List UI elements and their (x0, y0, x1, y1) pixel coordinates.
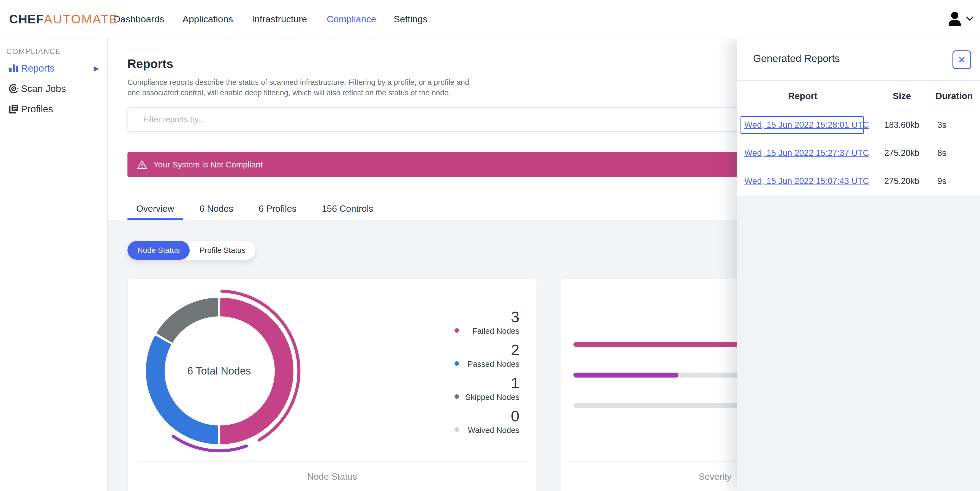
report-duration: 9s (937, 172, 947, 190)
report-size: 275.20kb (880, 172, 924, 190)
chevron-right-icon: ▶ (94, 64, 99, 73)
page: CHEFAUTOMATE Dashboards Applications Inf… (0, 0, 980, 491)
legend-label: Failed Nodes (473, 327, 519, 336)
node-status-legend: 3 Failed Nodes 2 Passed Nodes 1 Skipped … (445, 309, 519, 441)
sidebar-item-reports[interactable]: Reports ▶ (0, 59, 107, 77)
tab-nodes[interactable]: 6 Nodes (191, 200, 242, 220)
legend-label: Skipped Nodes (465, 393, 519, 402)
nav-settings[interactable]: Settings (394, 0, 428, 38)
report-row: Wed, 15 Jun 2022 15:07:43 UTC 275.20kb 9… (737, 172, 980, 190)
severity-bar-2 (573, 373, 679, 378)
top-navigation-bar: CHEFAUTOMATE Dashboards Applications Inf… (0, 0, 980, 39)
legend-dot-waived (455, 427, 459, 432)
legend-dot-failed (455, 328, 459, 333)
nav-applications[interactable]: Applications (183, 0, 233, 38)
legend-value: 3 (445, 309, 519, 325)
documents-icon (8, 104, 19, 115)
donut-center-label: 6 Total Nodes (187, 365, 251, 377)
warning-icon (137, 160, 147, 169)
report-link[interactable]: Wed, 15 Jun 2022 15:28:01 UTC (745, 116, 869, 134)
tab-controls[interactable]: 156 Controls (313, 200, 382, 220)
report-row: Wed, 15 Jun 2022 15:27:37 UTC 275.20kb 8… (737, 144, 980, 162)
tab-profiles[interactable]: 6 Profiles (250, 200, 305, 220)
chef-automate-logo[interactable]: CHEFAUTOMATE (9, 0, 118, 38)
drawer-title: Generated Reports (753, 53, 840, 64)
legend-value: 0 (445, 408, 519, 424)
report-duration: 3s (937, 116, 947, 134)
node-status-toggle-button[interactable]: Node Status (127, 241, 190, 260)
sidebar-item-profiles[interactable]: Profiles (0, 100, 107, 118)
close-drawer-button[interactable]: ✕ (953, 50, 971, 69)
user-menu[interactable] (948, 0, 977, 38)
report-link[interactable]: Wed, 15 Jun 2022 15:27:37 UTC (745, 144, 869, 162)
report-link[interactable]: Wed, 15 Jun 2022 15:07:43 UTC (745, 172, 869, 190)
tab-overview[interactable]: Overview (127, 200, 183, 220)
legend-dot-passed (455, 361, 459, 366)
sidebar-item-label: Profiles (21, 104, 53, 115)
legend-item-waived: 0 Waived Nodes (445, 408, 519, 435)
profile-status-toggle-button[interactable]: Profile Status (190, 241, 255, 260)
logo-automate: AUTOMATE (44, 12, 118, 26)
generated-reports-drawer: Generated Reports ✕ Report Size Duration… (737, 38, 980, 491)
donut-segment-passed[interactable] (155, 340, 218, 435)
report-size: 275.20kb (880, 144, 924, 162)
card-footer-divider (137, 461, 528, 462)
column-header-duration: Duration (935, 91, 974, 101)
drawer-content-area: Generated Reports ✕ Report Size Duration… (737, 38, 980, 196)
sidebar-item-label: Scan Jobs (21, 83, 66, 94)
page-description: Compliance reports describe the status o… (127, 77, 473, 98)
legend-label: Waived Nodes (468, 426, 519, 435)
report-row: Wed, 15 Jun 2022 15:28:01 UTC 183.60kb 3… (737, 116, 980, 134)
report-tabs: Overview 6 Nodes 6 Profiles 156 Controls (127, 200, 382, 220)
nav-compliance[interactable]: Compliance (327, 0, 376, 38)
node-status-card: 6 Total Nodes 3 Failed Nodes 2 Passed No… (127, 279, 537, 491)
legend-item-passed: 2 Passed Nodes (445, 342, 519, 369)
sidebar: COMPLIANCE Reports ▶ Scan Jobs (0, 38, 108, 491)
page-title: Reports (127, 57, 173, 71)
chevron-down-icon (966, 16, 974, 22)
legend-label: Passed Nodes (468, 360, 519, 369)
legend-item-skipped: 1 Skipped Nodes (445, 375, 519, 402)
legend-value: 2 (445, 342, 519, 358)
sidebar-item-label: Reports (21, 63, 55, 74)
close-icon: ✕ (958, 54, 966, 65)
bar-chart-icon (8, 63, 19, 74)
drawer-header: Generated Reports ✕ (737, 38, 980, 81)
sidebar-item-scan-jobs[interactable]: Scan Jobs (0, 80, 107, 97)
report-duration: 8s (937, 144, 947, 162)
nav-infrastructure[interactable]: Infrastructure (252, 0, 307, 38)
severity-card-title: Severity (698, 472, 732, 482)
report-size: 183.60kb (880, 116, 924, 134)
sidebar-section-label: COMPLIANCE (6, 47, 61, 56)
legend-dot-skipped (455, 394, 459, 399)
status-toggle: Node Status Profile Status (127, 241, 255, 260)
node-status-card-title: Node Status (128, 472, 536, 482)
legend-item-failed: 3 Failed Nodes (445, 309, 519, 336)
scanner-icon (8, 83, 19, 94)
donut-segment-skipped[interactable] (164, 307, 218, 338)
logo-chef: CHEF (9, 12, 44, 26)
banner-text: Your System is Not Compliant (153, 160, 262, 169)
column-header-size: Size (880, 91, 924, 101)
nav-dashboards[interactable]: Dashboards (114, 0, 164, 38)
legend-value: 1 (445, 375, 519, 391)
column-header-report: Report (764, 91, 841, 101)
user-icon (948, 11, 962, 27)
